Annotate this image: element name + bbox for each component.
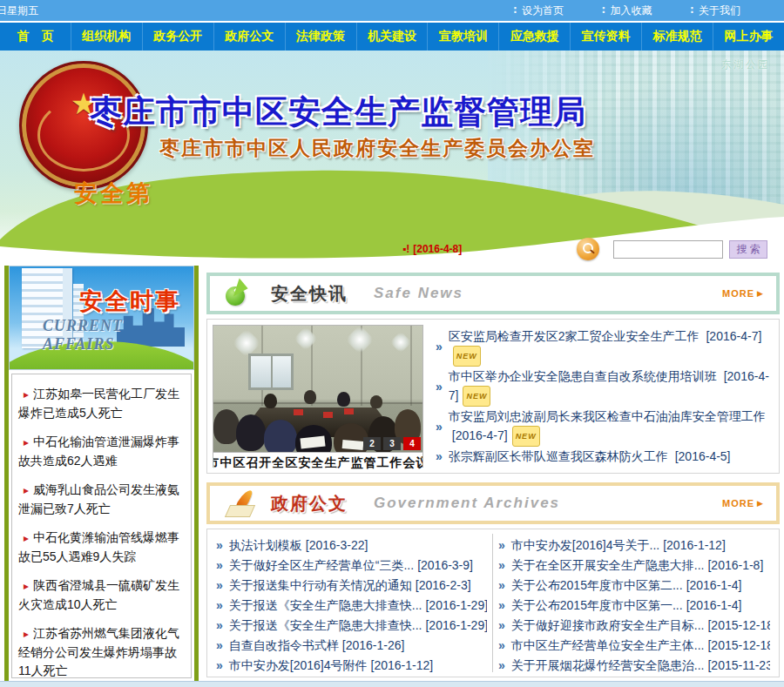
person	[264, 394, 277, 408]
sidebar: 安全时事 CURRENT AFFAIRS ▸江苏如皋一民营化工厂发生爆炸已造成5…	[4, 266, 199, 681]
archive-list-item[interactable]: » 市中区生产经营单位安全生产主体...[2015-12-18]	[498, 636, 770, 656]
archive-list-item[interactable]: » 关于做好迎接市政府安全生产目标...[2015-12-18]	[498, 616, 770, 636]
pagination-number[interactable]: 3	[383, 437, 401, 450]
arrow-bullet-icon: »	[216, 576, 223, 596]
table-item	[294, 409, 303, 415]
news-list-item[interactable]: » 张宗辉副区长带队巡查我区森林防火工作 [2016-4-5]NEW	[436, 447, 772, 466]
arrow-bullet-icon: »	[498, 596, 505, 616]
main-nav: 首 页 组织机构 政务公开 政府公文 法律政策 机关建设 宣教培训 应急救援 宣…	[0, 21, 784, 51]
person	[337, 392, 350, 407]
date-notice[interactable]: ▪![2016-4-8]	[402, 243, 462, 255]
site-title: 枣庄市市中区安全生产监督管理局	[90, 91, 586, 134]
news-list-item[interactable]: » 区安监局检查开发区2家工贸企业安全生产工作 [2016-4-7]NEW	[436, 327, 772, 367]
archive-list-item[interactable]: » 执法计划模板[2016-3-22]	[216, 535, 487, 556]
nav-item[interactable]: 应急救援	[498, 23, 570, 51]
sidebar-news-item[interactable]: ▸威海乳山食品公司发生液氨泄漏已致7人死亡	[18, 481, 185, 518]
news-list-item[interactable]: » 市中区举办企业安全隐患自查自改系统使用培训班 [2016-4-7]NEW	[436, 367, 772, 407]
megaphone-flash	[233, 285, 242, 292]
arrow-bullet-icon: »	[436, 377, 443, 396]
sidebar-news-item[interactable]: ▸江苏省苏州燃气集团液化气经销分公司发生爆炸坍塌事故11人死亡	[18, 624, 185, 678]
page-footer-strip	[0, 681, 784, 687]
pagination-number[interactable]: 4	[403, 437, 421, 450]
header-banner: 东湖公园 ★ 枣庄市市中区安全生产监督管理局 枣庄市市中区人民政府安全生产委员会…	[0, 51, 784, 266]
triangle-bullet-icon: ▸	[24, 532, 29, 544]
archive-list-item[interactable]: » 关于报送集中行动有关情况的通知[2016-2-3]	[216, 576, 487, 596]
safe-news-list: » 区安监局检查开发区2家工贸企业安全生产工作 [2016-4-7]NEW » …	[432, 325, 774, 468]
nav-item[interactable]: 组织机构	[71, 23, 142, 51]
sidebar-news-item[interactable]: ▸陕西省澄城县一硫磺矿发生火灾造成10人死亡	[18, 576, 185, 614]
archive-list-item[interactable]: » 关于在全区开展安全生产隐患大排...[2016-1-8]	[498, 556, 770, 576]
archives-left-column: » 执法计划模板[2016-3-22] » 关于做好全区生产经营单位“三类...…	[211, 534, 493, 672]
notice-date: [2016-4-8]	[413, 243, 462, 255]
news-link-text: 市安监局刘忠波副局长来我区检查中石油油库安全管理工作	[449, 409, 766, 423]
triangle-bullet-icon: ▸	[24, 484, 29, 496]
dot-icon: ∶	[602, 4, 605, 17]
news-date: [2016-4-7]	[452, 428, 508, 442]
nav-item[interactable]: 标准规范	[641, 23, 713, 51]
sidebar-news-item[interactable]: ▸江苏如皋一民营化工厂发生爆炸已造成5人死亡	[18, 385, 185, 422]
search-input[interactable]	[613, 240, 723, 259]
table-item	[323, 412, 333, 418]
arrow-bullet-icon: »	[216, 535, 223, 556]
topbar: 日星期五 ∶ 设为首页 ∶ 加入收藏 ∶ 关于我们	[0, 0, 784, 21]
archive-list-item[interactable]: » 市中安办发[2016]4号附件[2016-1-12]	[216, 656, 487, 672]
nav-item[interactable]: 政府公文	[213, 23, 285, 51]
archive-list-item[interactable]: » 关于报送《安全生产隐患大排查快...[2016-1-29]	[216, 616, 487, 636]
triangle-bullet-icon: ▸	[24, 580, 29, 592]
nav-item[interactable]: 网上办事	[713, 23, 784, 51]
news-list-item[interactable]: » 市安监局刘忠波副局长来我区检查中石油油库安全管理工作 [2016-4-7]N…	[436, 407, 772, 447]
arrow-bullet-icon: »	[216, 616, 223, 636]
nav-item[interactable]: 法律政策	[285, 23, 356, 51]
safe-news-title: 安全快讯	[271, 282, 348, 306]
topbar-link[interactable]: ∶ 加入收藏	[602, 3, 652, 18]
sidebar-news-list: ▸江苏如皋一民营化工厂发生爆炸已造成5人死亡 ▸中石化输油管道泄漏爆炸事故共造成…	[11, 374, 192, 678]
news-list-item[interactable]: » 市中区严格实行安全生产责任提前追究 [2016-4-1]NEW	[436, 466, 772, 468]
arrow-bullet-icon: »	[436, 417, 443, 436]
pagination-number[interactable]: 2	[363, 437, 381, 450]
archives-title: 政府公文	[271, 492, 348, 515]
nav-item[interactable]: 首 页	[0, 23, 71, 51]
safe-news-more-link[interactable]: MORE▶	[722, 288, 764, 299]
nav-item[interactable]: 政务公开	[142, 23, 213, 51]
archive-list-item[interactable]: » 关于公布2015年度市中区第二...[2016-1-4]	[498, 576, 770, 596]
archive-link-text: 执法计划模板	[229, 535, 302, 556]
archive-date: [2016-1-4]	[686, 596, 742, 616]
sidebar-news-item[interactable]: ▸中石化输油管道泄漏爆炸事故共造成62人遇难	[18, 433, 185, 470]
topbar-link[interactable]: ∶ 关于我们	[690, 3, 740, 18]
archive-link-text: 自查自改指令书式样	[229, 636, 339, 656]
nav-item[interactable]: 机关建设	[356, 23, 428, 51]
topbar-links: ∶ 设为首页 ∶ 加入收藏 ∶ 关于我们	[513, 3, 740, 18]
archive-date: [2016-1-29]	[425, 616, 487, 636]
news-text-wrap: 区安监局检查开发区2家工贸企业安全生产工作 [2016-4-7]NEW	[449, 327, 772, 367]
more-arrow-icon: ▶	[757, 499, 764, 508]
sidebar-title-en: CURRENT AFFAIRS	[43, 317, 193, 354]
nav-item[interactable]: 宣教培训	[427, 23, 498, 51]
archive-list-item[interactable]: » 关于报送《安全生产隐患大排查快...[2016-1-29]	[216, 596, 487, 616]
archive-link-text: 关于公布2015年度市中区第二...	[511, 576, 683, 596]
search-icon[interactable]	[577, 238, 599, 260]
quill-pen-icon	[226, 488, 257, 518]
topbar-link[interactable]: ∶ 设为首页	[513, 3, 564, 18]
sidebar-news-item[interactable]: ▸中石化黄潍输油管线爆燃事故已55人遇难9人失踪	[18, 529, 185, 566]
news-text-wrap: 张宗辉副区长带队巡查我区森林防火工作 [2016-4-5]NEW	[449, 447, 772, 466]
archive-list-item[interactable]: » 关于开展烟花爆竹经营安全隐患治...[2015-11-23]	[498, 656, 770, 672]
archives-body: » 执法计划模板[2016-3-22] » 关于做好全区生产经营单位“三类...…	[206, 529, 780, 677]
search-button[interactable]: 搜 索	[729, 240, 767, 259]
news-photo-block[interactable]: 2 3 4 市中区召开全区安全生产监管工作会议	[213, 325, 423, 468]
archive-list-item[interactable]: » 关于公布2015年度市中区第一...[2016-1-4]	[498, 596, 770, 616]
archive-link-text: 关于报送《安全生产隐患大排查快...	[229, 616, 422, 636]
nav-item[interactable]: 宣传资料	[570, 23, 641, 51]
news-link-text: 市中区举办企业安全隐患自查自改系统使用培训班	[449, 369, 717, 383]
archives-right-column: » 市中安办发[2016]4号关于...[2016-1-12] » 关于在全区开…	[493, 534, 775, 672]
archive-date: [2015-12-18]	[707, 616, 770, 636]
person	[370, 395, 382, 408]
news-text-wrap: 市中区严格实行安全生产责任提前追究 [2016-4-1]NEW	[449, 466, 772, 468]
photo-caption: 市中区召开全区安全生产监管工作会议	[213, 453, 422, 473]
person	[236, 414, 266, 451]
archive-link-text: 关于做好迎接市政府安全生产目标...	[511, 616, 705, 636]
archive-list-item[interactable]: » 关于做好全区生产经营单位“三类...[2016-3-9]	[216, 556, 487, 576]
archive-list-item[interactable]: » 自查自改指令书式样[2016-1-26]	[216, 636, 487, 656]
triangle-bullet-icon: ▸	[24, 628, 29, 640]
archives-more-link[interactable]: MORE▶	[722, 498, 764, 509]
archive-list-item[interactable]: » 市中安办发[2016]4号关于...[2016-1-12]	[498, 535, 770, 556]
